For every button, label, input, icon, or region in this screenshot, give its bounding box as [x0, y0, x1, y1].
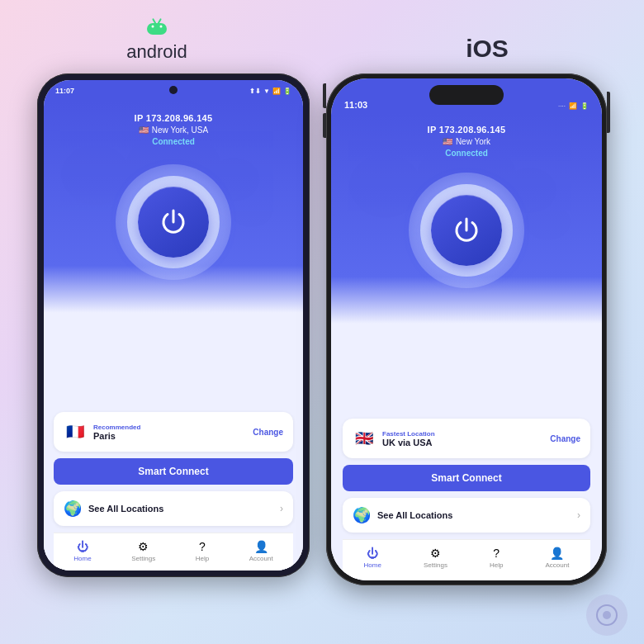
ios-nav-account[interactable]: 👤 Account	[546, 547, 570, 569]
ios-change-button[interactable]: Change	[550, 434, 580, 443]
ios-chevron-right: ›	[577, 509, 580, 521]
android-city-flag: 🇫🇷	[64, 420, 87, 443]
android-location-card: 🇫🇷 Recommended Paris Change	[54, 412, 293, 452]
ios-label-text: iOS	[466, 35, 509, 63]
android-recommended-tag: Recommended	[93, 424, 140, 431]
android-nav-home-label: Home	[73, 555, 91, 562]
ios-see-locations-left: 🌍 See All Locations	[353, 506, 452, 524]
svg-point-6	[160, 26, 163, 28]
ios-home-icon: ⏻	[367, 547, 378, 560]
android-statusbar: 11:07 ⬆⬇ ▼ 📶 🔋	[44, 80, 303, 102]
ios-nav-settings-label: Settings	[424, 561, 447, 569]
svg-point-18	[603, 611, 611, 619]
phones-container: 11:07 ⬆⬇ ▼ 📶 🔋	[37, 73, 607, 585]
android-see-all-label: See All Locations	[88, 504, 163, 514]
android-nav-help-label: Help	[196, 555, 209, 562]
android-time: 11:07	[55, 87, 74, 95]
android-power-icon	[159, 207, 188, 237]
android-settings-icon: ⚙	[138, 540, 149, 553]
ios-phone: 11:03 ···· 📶 🔋	[326, 73, 607, 585]
android-home-icon: ⏻	[77, 540, 88, 553]
ios-see-all-label: See All Locations	[377, 510, 452, 520]
android-screen: 11:07 ⬆⬇ ▼ 📶 🔋	[44, 80, 303, 571]
ios-screen: 11:03 ···· 📶 🔋	[331, 78, 602, 580]
watermark-icon	[594, 603, 619, 627]
ios-nav-help-label: Help	[490, 561, 503, 569]
android-smart-connect-button[interactable]: Smart Connect	[54, 458, 293, 485]
ios-nav-home-label: Home	[364, 561, 381, 569]
android-icon	[142, 15, 172, 38]
android-platform-label: android	[17, 15, 297, 63]
svg-point-15	[525, 204, 571, 240]
watermark	[586, 594, 627, 636]
ios-nav-help[interactable]: ? Help	[490, 547, 503, 569]
svg-point-5	[152, 26, 154, 28]
android-status-icons: ⬆⬇ ▼ 📶 🔋	[249, 88, 291, 95]
ios-nav-settings[interactable]: ⚙ Settings	[424, 547, 447, 569]
ios-statusbar: 11:03 ···· 📶 🔋	[331, 78, 602, 113]
ios-power-button[interactable]	[431, 195, 502, 266]
ios-nav-home[interactable]: ⏻ Home	[364, 547, 381, 569]
ios-globe-icon: 🌍	[353, 506, 371, 524]
android-power-container	[116, 164, 231, 280]
ios-time: 11:03	[344, 100, 367, 110]
android-location-card-left: 🇫🇷 Recommended Paris	[64, 420, 140, 443]
ios-platform-label: iOS	[347, 35, 627, 63]
android-see-locations-left: 🌍 See All Locations	[64, 500, 163, 518]
android-main-content: IP 173.208.96.145 🇺🇸 New York, USA Conne…	[44, 102, 303, 571]
ios-settings-icon: ⚙	[430, 547, 441, 560]
ios-city-name: UK via USA	[382, 438, 435, 447]
ios-city-flag: 🇬🇧	[353, 427, 376, 450]
android-change-button[interactable]: Change	[253, 428, 283, 437]
android-power-button[interactable]	[138, 187, 209, 258]
ios-fastest-tag: Fastest Location	[382, 430, 435, 438]
platforms-header: android iOS	[17, 0, 627, 69]
ios-smart-connect-button[interactable]: Smart Connect	[343, 465, 590, 491]
android-city-name: Paris	[93, 431, 140, 441]
ios-location-card: 🇬🇧 Fastest Location UK via USA Change	[343, 419, 590, 458]
android-city-info: Recommended Paris	[93, 424, 140, 441]
ios-city-info: Fastest Location UK via USA	[382, 430, 435, 447]
android-globe-icon: 🌍	[64, 500, 82, 518]
android-label-text: android	[126, 41, 187, 63]
ios-status-icons: ···· 📶 🔋	[558, 102, 589, 110]
ios-see-all-locations[interactable]: 🌍 See All Locations ›	[343, 498, 590, 533]
android-nav-settings-label: Settings	[131, 555, 155, 562]
ios-bottom-nav: ⏻ Home ⚙ Settings ? Help 👤	[343, 539, 590, 580]
android-nav-help[interactable]: ? Help	[196, 540, 209, 562]
android-help-icon: ?	[199, 540, 206, 553]
android-see-all-locations[interactable]: 🌍 See All Locations ›	[54, 491, 293, 526]
ios-power-icon	[452, 215, 481, 245]
ios-power-container	[409, 173, 524, 288]
android-nav-account[interactable]: 👤 Account	[249, 540, 273, 562]
android-camera	[169, 86, 178, 94]
android-bottom-nav: ⏻ Home ⚙ Settings ? Help 👤	[54, 533, 293, 571]
android-account-icon: 👤	[254, 540, 268, 553]
ios-main-content: IP 173.208.96.145 🇺🇸 New York Connected	[331, 113, 602, 580]
ios-dynamic-island	[429, 85, 504, 105]
svg-point-10	[230, 192, 272, 227]
android-bottom-panel: 🇫🇷 Recommended Paris Change Smart Connec…	[44, 404, 303, 571]
android-nav-account-label: Account	[249, 555, 273, 562]
ios-location-card-left: 🇬🇧 Fastest Location UK via USA	[353, 427, 435, 450]
ios-account-icon: 👤	[550, 547, 564, 560]
android-smart-connect-label: Smart Connect	[138, 466, 208, 477]
ios-nav-account-label: Account	[546, 561, 570, 569]
ios-help-icon: ?	[493, 547, 500, 560]
android-nav-settings[interactable]: ⚙ Settings	[131, 540, 155, 562]
android-phone: 11:07 ⬆⬇ ▼ 📶 🔋	[37, 73, 310, 577]
ios-bottom-panel: 🇬🇧 Fastest Location UK via USA Change Sm…	[331, 410, 602, 580]
android-nav-home[interactable]: ⏻ Home	[73, 540, 91, 562]
svg-rect-2	[147, 23, 167, 35]
ios-smart-connect-label: Smart Connect	[431, 472, 501, 484]
android-chevron-right: ›	[280, 503, 283, 514]
